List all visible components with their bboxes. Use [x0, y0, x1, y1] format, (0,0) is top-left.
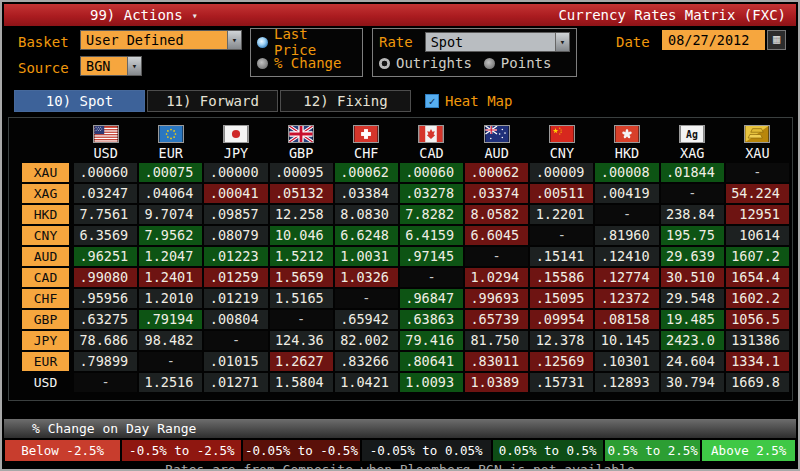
column-header-CNY[interactable] [529, 123, 594, 145]
rate-cell-AUD-XAU[interactable]: 1607.2 [726, 247, 789, 266]
heat-map-toggle[interactable]: ✓ Heat Map [425, 90, 512, 112]
rate-cell-AUD-CAD[interactable]: .97145 [400, 247, 463, 266]
rate-cell-CNY-XAG[interactable]: 195.75 [661, 226, 724, 245]
rate-cell-CHF-CHF[interactable]: - [335, 289, 398, 308]
rate-cell-GBP-CHF[interactable]: .65942 [335, 310, 398, 329]
row-label-JPY[interactable]: JPY [22, 331, 69, 350]
tab-12-fixing[interactable]: 12) Fixing [280, 90, 411, 112]
rate-cell-GBP-AUD[interactable]: .65739 [465, 310, 528, 329]
rate-cell-XAU-XAG[interactable]: .01844 [661, 163, 724, 182]
rate-cell-XAU-HKD[interactable]: .00008 [595, 163, 658, 182]
rate-cell-CNY-AUD[interactable]: 6.6045 [465, 226, 528, 245]
rate-cell-JPY-USD[interactable]: 78.686 [74, 331, 137, 350]
rate-cell-XAG-GBP[interactable]: .05132 [270, 184, 333, 203]
rate-cell-USD-CHF[interactable]: 1.0421 [335, 373, 398, 392]
rate-cell-GBP-HKD[interactable]: .08158 [595, 310, 658, 329]
rate-cell-EUR-CNY[interactable]: .12569 [530, 352, 593, 371]
tab-11-forward[interactable]: 11) Forward [147, 90, 278, 112]
rate-cell-JPY-HKD[interactable]: 10.145 [595, 331, 658, 350]
rate-cell-XAG-XAG[interactable]: - [661, 184, 724, 203]
rate-cell-CNY-GBP[interactable]: 10.046 [270, 226, 333, 245]
tab-10-spot[interactable]: 10) Spot [14, 90, 145, 112]
rate-cell-USD-CNY[interactable]: .15731 [530, 373, 593, 392]
rate-cell-CHF-JPY[interactable]: .01219 [204, 289, 267, 308]
rate-cell-JPY-EUR[interactable]: 98.482 [139, 331, 202, 350]
column-header-EUR[interactable] [138, 123, 203, 145]
rate-cell-XAG-AUD[interactable]: .03374 [465, 184, 528, 203]
rate-dropdown[interactable]: Spot ▾ [425, 32, 570, 52]
rate-cell-JPY-XAG[interactable]: 2423.0 [661, 331, 724, 350]
radio-outrights[interactable]: Outrights [379, 55, 472, 71]
currency-code-CHF[interactable]: CHF [334, 145, 399, 162]
rate-cell-XAG-XAU[interactable]: 54.224 [726, 184, 789, 203]
rate-cell-GBP-CAD[interactable]: .63863 [400, 310, 463, 329]
row-label-AUD[interactable]: AUD [22, 247, 69, 266]
rate-cell-USD-HKD[interactable]: .12893 [595, 373, 658, 392]
rate-cell-HKD-EUR[interactable]: 9.7074 [139, 205, 202, 224]
rate-cell-USD-JPY[interactable]: .01271 [204, 373, 267, 392]
row-label-CNY[interactable]: CNY [22, 226, 69, 245]
row-label-HKD[interactable]: HKD [22, 205, 69, 224]
currency-code-CNY[interactable]: CNY [529, 145, 594, 162]
rate-cell-HKD-CHF[interactable]: 8.0830 [335, 205, 398, 224]
currency-code-XAU[interactable]: XAU [725, 145, 790, 162]
column-header-XAG[interactable]: Ag [660, 123, 725, 145]
rate-cell-EUR-XAG[interactable]: 24.604 [661, 352, 724, 371]
rate-cell-XAU-EUR[interactable]: .00075 [139, 163, 202, 182]
currency-code-AUD[interactable]: AUD [464, 145, 529, 162]
rate-cell-CNY-HKD[interactable]: .81960 [595, 226, 658, 245]
rate-cell-USD-CAD[interactable]: 1.0093 [400, 373, 463, 392]
rate-cell-JPY-JPY[interactable]: - [204, 331, 267, 350]
rate-cell-EUR-JPY[interactable]: .01015 [204, 352, 267, 371]
rate-cell-XAU-USD[interactable]: .00060 [74, 163, 137, 182]
row-label-USD[interactable]: USD [22, 373, 69, 392]
rate-cell-CHF-CNY[interactable]: .15095 [530, 289, 593, 308]
rate-cell-XAG-CAD[interactable]: .03278 [400, 184, 463, 203]
rate-cell-JPY-AUD[interactable]: 81.750 [465, 331, 528, 350]
calendar-button[interactable]: ▦ [767, 30, 786, 50]
radio-percent-change[interactable]: % Change [257, 55, 341, 71]
rate-cell-XAG-USD[interactable]: .03247 [74, 184, 137, 203]
rate-cell-CAD-USD[interactable]: .99080 [74, 268, 137, 287]
radio-unselected-icon[interactable] [257, 58, 268, 69]
rate-cell-USD-EUR[interactable]: 1.2516 [139, 373, 202, 392]
rate-cell-HKD-AUD[interactable]: 8.0582 [465, 205, 528, 224]
rate-cell-HKD-CAD[interactable]: 7.8282 [400, 205, 463, 224]
rate-cell-CAD-GBP[interactable]: 1.5659 [270, 268, 333, 287]
rate-cell-JPY-CAD[interactable]: 79.416 [400, 331, 463, 350]
heat-map-checkbox[interactable]: ✓ [425, 94, 439, 108]
rate-cell-CAD-CNY[interactable]: .15586 [530, 268, 593, 287]
row-label-XAU[interactable]: XAU [22, 163, 69, 182]
rate-cell-CNY-CNY[interactable]: - [530, 226, 593, 245]
rate-cell-AUD-CNY[interactable]: .15141 [530, 247, 593, 266]
rate-cell-CHF-CAD[interactable]: .96847 [400, 289, 463, 308]
rate-cell-USD-GBP[interactable]: 1.5804 [270, 373, 333, 392]
row-label-GBP[interactable]: GBP [22, 310, 69, 329]
rate-cell-CAD-EUR[interactable]: 1.2401 [139, 268, 202, 287]
currency-code-GBP[interactable]: GBP [269, 145, 334, 162]
radio-selected-icon[interactable] [257, 37, 268, 48]
rate-cell-XAG-CNY[interactable]: .00511 [530, 184, 593, 203]
rate-cell-USD-XAG[interactable]: 30.794 [661, 373, 724, 392]
rate-cell-HKD-GBP[interactable]: 12.258 [270, 205, 333, 224]
rate-cell-XAG-JPY[interactable]: .00041 [204, 184, 267, 203]
rate-cell-XAG-HKD[interactable]: .00419 [595, 184, 658, 203]
rate-cell-AUD-HKD[interactable]: .12410 [595, 247, 658, 266]
rate-cell-HKD-CNY[interactable]: 1.2201 [530, 205, 593, 224]
rate-cell-XAU-CAD[interactable]: .00060 [400, 163, 463, 182]
basket-dropdown-arrow-icon[interactable]: ▾ [227, 31, 241, 49]
rate-cell-EUR-HKD[interactable]: .10301 [595, 352, 658, 371]
row-label-EUR[interactable]: EUR [22, 352, 69, 371]
rate-cell-CAD-XAU[interactable]: 1654.4 [726, 268, 789, 287]
column-header-XAU[interactable] [725, 123, 790, 145]
rate-cell-CHF-USD[interactable]: .95956 [74, 289, 137, 308]
date-input[interactable]: 08/27/2012 [662, 30, 765, 50]
rate-cell-GBP-CNY[interactable]: .09954 [530, 310, 593, 329]
currency-code-CAD[interactable]: CAD [399, 145, 464, 162]
rate-cell-AUD-GBP[interactable]: 1.5212 [270, 247, 333, 266]
rate-cell-CHF-HKD[interactable]: .12372 [595, 289, 658, 308]
rate-cell-AUD-XAG[interactable]: 29.639 [661, 247, 724, 266]
rate-cell-JPY-CHF[interactable]: 82.002 [335, 331, 398, 350]
rate-cell-EUR-CAD[interactable]: .80641 [400, 352, 463, 371]
currency-code-HKD[interactable]: HKD [594, 145, 659, 162]
